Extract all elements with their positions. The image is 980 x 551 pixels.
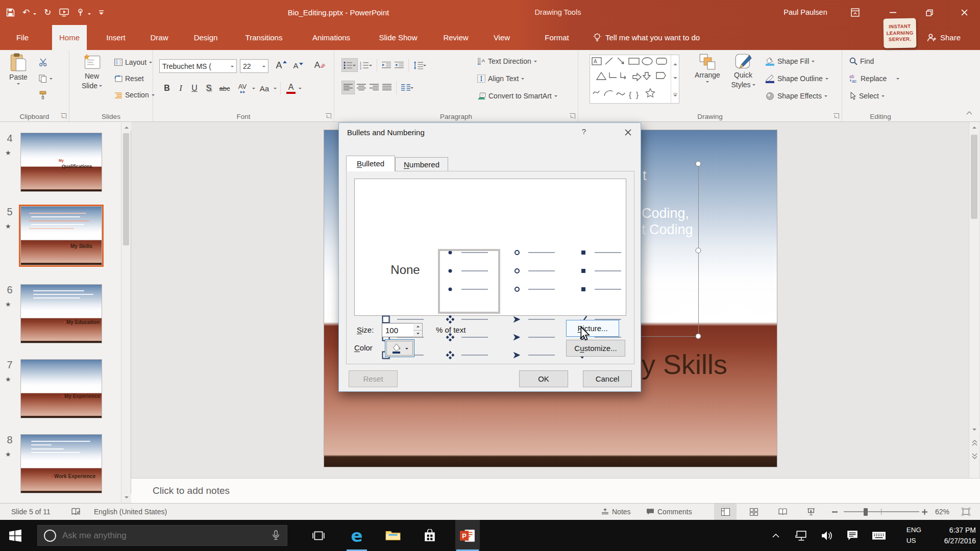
show-hidden-icons-button[interactable]	[766, 520, 786, 551]
font-dialog-launcher[interactable]	[326, 113, 331, 119]
normal-view-button[interactable]	[714, 504, 737, 520]
tab-home[interactable]: Home	[52, 25, 87, 50]
slide-show-button[interactable]	[800, 504, 822, 520]
numbering-button[interactable]: 123	[358, 58, 374, 72]
fit-to-window-button[interactable]	[962, 504, 970, 520]
powerpoint-taskbar-icon[interactable]: P	[455, 520, 480, 551]
justify-button[interactable]	[381, 81, 393, 94]
character-spacing-button[interactable]: AV	[234, 83, 251, 94]
cancel-button[interactable]: Cancel	[583, 370, 632, 387]
tab-file[interactable]: File	[9, 25, 36, 50]
bullet-option-arrow[interactable]	[513, 351, 522, 360]
zoom-slider-track[interactable]	[844, 511, 919, 512]
bullets-and-numbering-dialog[interactable]: Bullets and Numbering ? Bulleted Numbere…	[338, 122, 641, 392]
font-name-combo[interactable]: Trebuchet MS (	[159, 59, 237, 73]
size-spin-down[interactable]	[413, 331, 422, 337]
language-indicator[interactable]: English (United States)	[94, 504, 167, 520]
grow-font-button[interactable]: A	[274, 60, 289, 71]
decrease-indent-button[interactable]	[380, 58, 393, 72]
tab-slide-show[interactable]: Slide Show	[372, 25, 424, 50]
shape-fill-button[interactable]: Shape Fill	[765, 55, 815, 67]
clock-tray[interactable]: 6:37 PM 6/27/2016	[944, 520, 976, 551]
shapes-scroll-down[interactable]	[671, 71, 679, 87]
notes-placeholder[interactable]: Click to add notes	[153, 485, 230, 496]
slide-7-thumbnail[interactable]: My Experience	[20, 359, 102, 418]
undo-icon[interactable]: ↶	[22, 8, 30, 17]
zoom-percentage[interactable]: 62%	[935, 504, 949, 520]
bullet-option-filled-square[interactable]	[581, 269, 585, 273]
line-spacing-caret[interactable]	[423, 65, 426, 68]
share-button[interactable]: Share	[927, 25, 961, 50]
main-vertical-scrollbar[interactable]	[969, 122, 979, 478]
ribbon-display-options-icon[interactable]	[840, 0, 870, 25]
customize-qat-icon[interactable]	[99, 10, 104, 16]
section-button[interactable]: Section	[114, 89, 155, 101]
task-view-button[interactable]	[306, 520, 331, 551]
shapes-gallery-more[interactable]	[671, 87, 679, 103]
thumb-scroll-down[interactable]	[121, 494, 131, 503]
bullet-option-hollow-circle[interactable]	[514, 287, 520, 292]
cut-button[interactable]	[39, 56, 47, 68]
bullets-button[interactable]	[341, 58, 358, 72]
new-slide-button[interactable]: New Slide	[77, 53, 107, 91]
slide-sorter-view-button[interactable]	[743, 504, 765, 520]
bullet-option-filled-square[interactable]	[581, 251, 585, 255]
customize-button[interactable]: Customize...	[566, 340, 625, 357]
bullet-option-diamond-cluster[interactable]	[446, 333, 455, 342]
bold-button[interactable]: B	[160, 84, 174, 93]
shapes-scroll-up[interactable]	[671, 55, 679, 71]
picture-button[interactable]: Picture...	[566, 320, 619, 337]
selection-handle-top[interactable]	[696, 161, 701, 167]
zoom-out-button[interactable]	[832, 504, 838, 520]
italic-button[interactable]: I	[175, 83, 187, 93]
drawing-dialog-launcher[interactable]	[834, 113, 839, 119]
color-picker-button[interactable]	[385, 339, 414, 357]
replace-button[interactable]: abacReplace	[849, 72, 899, 85]
bullet-option-diamond-cluster[interactable]	[446, 351, 455, 360]
layout-button[interactable]: Layout	[114, 56, 152, 68]
font-color-caret[interactable]	[299, 88, 302, 91]
notes-toggle[interactable]: Notes	[601, 504, 631, 520]
tab-draw[interactable]: Draw	[143, 25, 175, 50]
tab-view[interactable]: View	[486, 25, 517, 50]
size-spinner[interactable]	[413, 323, 423, 337]
bullet-option-arrow[interactable]	[513, 333, 522, 342]
convert-smartart-button[interactable]: Convert to SmartArt	[477, 90, 557, 102]
align-center-button[interactable]	[355, 81, 368, 94]
bullet-option-none[interactable]: None	[390, 263, 420, 277]
bullet-option-filled-square[interactable]	[581, 287, 585, 291]
shrink-font-button[interactable]: A	[291, 61, 305, 70]
paste-button[interactable]: Paste	[5, 53, 32, 85]
windows-store-icon[interactable]	[418, 520, 442, 551]
dialog-close-button[interactable]	[616, 123, 640, 141]
slide-indicator[interactable]: Slide 5 of 11	[11, 504, 51, 520]
next-slide-button[interactable]	[969, 452, 979, 460]
tab-insert[interactable]: Insert	[99, 25, 133, 50]
select-button[interactable]: Select	[849, 90, 885, 102]
clear-formatting-button[interactable]: A	[312, 60, 328, 70]
ok-button[interactable]: OK	[519, 370, 568, 387]
tab-animations[interactable]: Animations	[305, 25, 357, 50]
bullet-option-hollow-circle[interactable]	[514, 268, 520, 273]
microphone-icon[interactable]	[272, 530, 280, 541]
copy-button[interactable]	[39, 72, 53, 85]
shape-effects-button[interactable]: Shape Effects	[765, 90, 827, 102]
spell-check-icon[interactable]	[71, 504, 81, 520]
bullet-option-hollow-square[interactable]	[382, 316, 390, 323]
tab-format[interactable]: Format	[537, 25, 576, 50]
touch-keyboard-icon[interactable]	[867, 520, 891, 551]
paragraph-dialog-launcher[interactable]	[570, 113, 575, 119]
change-case-button[interactable]: Aa	[256, 84, 273, 93]
network-icon[interactable]	[790, 520, 813, 551]
thumb-scroll-thumb[interactable]	[123, 133, 129, 245]
undo-dropdown-caret[interactable]	[33, 13, 36, 16]
reading-view-button[interactable]	[771, 504, 794, 520]
shapes-gallery[interactable]: A { }	[590, 55, 679, 104]
slide-8-thumbnail[interactable]: Work Experience	[20, 434, 102, 493]
align-left-button[interactable]	[341, 81, 355, 94]
slide-5-thumbnail-selected[interactable]: My Skills	[20, 206, 102, 265]
shape-outline-button[interactable]: Shape Outline	[765, 72, 828, 85]
collapse-ribbon-button[interactable]	[964, 108, 975, 117]
reset-button[interactable]: Reset	[114, 72, 144, 85]
spacing-caret[interactable]	[252, 88, 255, 91]
